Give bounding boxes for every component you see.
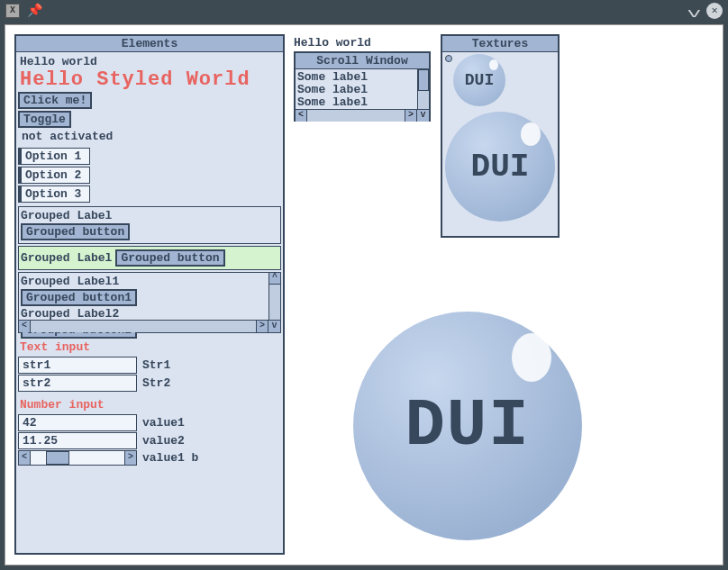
scroll-item-1: Some label xyxy=(297,71,427,84)
number-input-2[interactable]: 11.25 xyxy=(18,432,137,449)
scrollwin-hscroll[interactable]: < > v xyxy=(296,109,429,122)
number-input-heading: Number input xyxy=(18,393,281,413)
group-2-label: Grouped Label xyxy=(21,251,112,265)
texture-small: DUI .bubble[data-name="texture-small"]::… xyxy=(453,54,505,106)
hello-world-label: Hello world xyxy=(294,36,371,50)
text-input-1[interactable]: str1 xyxy=(18,357,137,374)
number-input-1[interactable]: 42 xyxy=(18,414,137,431)
scroll-item-2: Some label xyxy=(297,84,427,96)
option-3[interactable]: Option 3 xyxy=(18,185,90,203)
text-input-2[interactable]: str2 xyxy=(18,375,137,392)
minimize-icon[interactable]: ^ xyxy=(687,2,702,20)
scroll-group-button-1[interactable]: Grouped button1 xyxy=(21,289,137,306)
option-2[interactable]: Option 2 xyxy=(18,167,90,184)
scrollwin-vscroll[interactable] xyxy=(417,69,429,109)
group-2-button[interactable]: Grouped button xyxy=(115,249,224,267)
app-icon: X xyxy=(5,4,20,18)
scroll-group-label-1: Grouped Label1 xyxy=(21,275,278,288)
scroll-corner-icon[interactable]: v xyxy=(268,321,280,332)
scroll-window-title: Scroll Window xyxy=(296,53,429,69)
scroll-window-panel: Scroll Window Some label Some label Some… xyxy=(294,51,431,122)
text-input-2-label: Str2 xyxy=(142,376,170,390)
scroll-group: Grouped Label1 Grouped button1 Grouped L… xyxy=(18,272,281,333)
pin-icon[interactable]: 📌 xyxy=(27,3,42,18)
titlebar: X 📌 ^ ✕ xyxy=(0,0,728,21)
toggle-button[interactable]: Toggle xyxy=(18,111,71,128)
app-window: Elements Hello world Hello Styled World … xyxy=(5,24,723,565)
click-me-button[interactable]: Click me! xyxy=(18,92,92,109)
scroll-right-icon[interactable]: > xyxy=(256,321,268,332)
scrollwin-right-icon[interactable]: > xyxy=(405,110,416,122)
texture-medium: DUI .bubble[data-name="texture-medium"]:… xyxy=(445,112,555,222)
slider-label: value1 b xyxy=(142,451,198,465)
scroll-up-icon[interactable]: ^ xyxy=(269,273,280,285)
text-input-1-label: Str1 xyxy=(142,358,170,372)
small-bubble-icon xyxy=(445,55,452,62)
scrollwin-left-icon[interactable]: < xyxy=(296,110,307,122)
slider-left-icon[interactable]: < xyxy=(19,451,31,465)
number-input-2-label: value2 xyxy=(142,434,185,448)
scroll-left-icon[interactable]: < xyxy=(19,321,31,332)
elements-panel-title: Elements xyxy=(16,36,283,52)
scrollwin-vthumb[interactable] xyxy=(418,69,429,91)
toggle-state-label: not activated xyxy=(18,129,281,144)
group-1-button[interactable]: Grouped button xyxy=(21,223,130,240)
slider-input[interactable]: < > xyxy=(18,450,137,466)
textures-panel-title: Textures xyxy=(442,36,558,52)
group-vscroll[interactable]: ^ xyxy=(268,273,280,320)
number-input-1-label: value1 xyxy=(142,416,185,430)
elements-panel: Elements Hello world Hello Styled World … xyxy=(14,34,285,555)
textures-panel: Textures DUI .bubble[data-name="texture-… xyxy=(441,34,560,238)
hello-label: Hello world xyxy=(18,55,281,68)
group-box-2: Grouped Label Grouped button xyxy=(18,246,281,270)
slider-right-icon[interactable]: > xyxy=(124,451,136,465)
scroll-group-label-2: Grouped Label2 xyxy=(21,307,278,321)
styled-hello-label: Hello Styled World xyxy=(18,68,281,91)
slider-thumb[interactable] xyxy=(46,451,69,465)
scrollwin-corner-icon[interactable]: v xyxy=(416,110,429,122)
group-1-label: Grouped Label xyxy=(21,209,278,222)
close-icon[interactable]: ✕ xyxy=(706,3,723,19)
texture-large: DUI .bubble[data-name="texture-large"]::… xyxy=(353,312,582,540)
option-1[interactable]: Option 1 xyxy=(18,148,90,165)
group-box-1: Grouped Label Grouped button xyxy=(18,206,281,244)
scroll-item-3: Some label xyxy=(297,96,427,109)
group-hscroll[interactable]: < > v xyxy=(19,320,280,332)
